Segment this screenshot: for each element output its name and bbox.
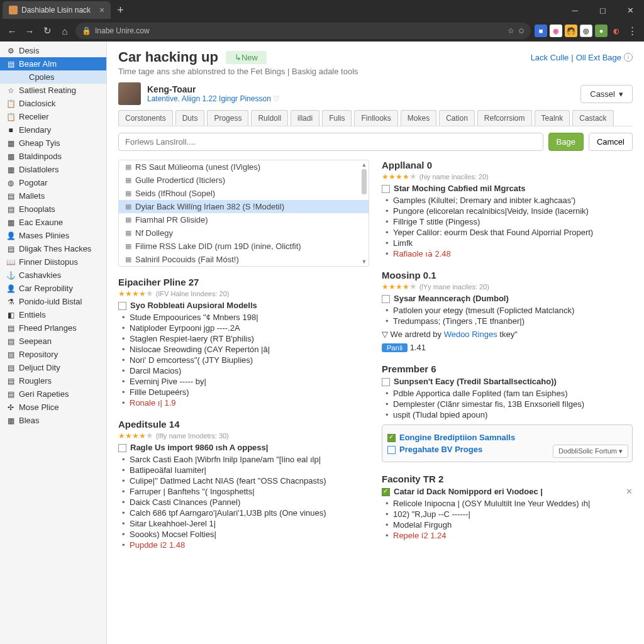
scrollbar[interactable]: ▲ ▼ [361, 162, 367, 265]
menu-button[interactable]: ⋮ [625, 25, 639, 36]
checkbox[interactable] [382, 295, 390, 303]
sidebar-item[interactable]: ▤Geri Rapeties [0, 387, 106, 401]
sidebar-item[interactable]: ▤Mallets [0, 189, 106, 203]
maximize-button[interactable]: ◻ [589, 0, 616, 20]
ext-icon[interactable]: ● [595, 25, 608, 37]
sidebar-item[interactable]: 📋Diaclosick [0, 97, 106, 110]
sidebar-item[interactable]: ☆Satliest Reating [0, 84, 106, 97]
sidebar-item[interactable]: ▤Deljuct Dity [0, 361, 106, 374]
file-item[interactable]: ▦Dyiar Back Willïng Irlaen 382 (S !Modet… [119, 200, 369, 213]
browser-tab[interactable]: Dashiable Lisin nack × [3, 1, 111, 19]
checkbox[interactable] [382, 378, 390, 386]
ext-icon[interactable]: ◎ [580, 25, 592, 37]
content-tab[interactable]: Progess [207, 110, 248, 126]
sidebar-item[interactable]: ▤Ehooplats [0, 203, 106, 216]
sidebar-item[interactable]: 👤Mases Plinies [0, 229, 106, 242]
sidebar-item[interactable]: ✣Mose Plice [0, 401, 106, 414]
check-row[interactable]: Sunpsen't Eacy (Tredil Sbartallsecticaho… [382, 377, 633, 386]
content-tab[interactable]: Castack [572, 110, 613, 126]
bookmark-star-icon[interactable]: ☆ [508, 26, 514, 35]
avatar[interactable] [118, 82, 141, 105]
sidebar-item[interactable]: 📖Finner Diistopus [0, 255, 106, 269]
check-row[interactable]: Syo Robbleati Aupsioral Modells [118, 301, 369, 310]
content-tab[interactable]: illadi [291, 110, 319, 126]
checkbox[interactable] [118, 302, 126, 310]
home-button[interactable]: ⌂ [58, 26, 72, 36]
info-icon[interactable]: i [624, 53, 633, 62]
card-dropdown[interactable]: DodbliSolic Fortum ▾ [553, 445, 628, 458]
url-bar[interactable]: 🔒 Inabe Unire.cow ☆ ✩ [75, 23, 531, 39]
content-tab[interactable]: Refcorrsiom [477, 110, 532, 126]
sidebar-item[interactable]: ▤Repository [0, 348, 106, 361]
sidebar-item[interactable]: 👤Car Reprobility [0, 282, 106, 295]
sidebar-item[interactable]: ▤Rouglers [0, 374, 106, 387]
sidebar-item[interactable]: ▦Gheap Tyis [0, 136, 106, 150]
file-item[interactable]: ▦Salniril Pocouids (Fail Móst!) [119, 253, 369, 266]
check-row[interactable]: Catar id Dack Nomippord eri Vıodoec |✕ [382, 487, 633, 496]
sidebar-item[interactable]: Cpoles [0, 70, 106, 84]
filter-input[interactable] [118, 133, 543, 151]
content-tab[interactable]: Tealnk [535, 110, 570, 126]
scroll-thumb[interactable] [362, 169, 367, 194]
content-tab[interactable]: Fulis [322, 110, 352, 126]
content-tab[interactable]: Cation [439, 110, 475, 126]
reload-button[interactable]: ↻ [40, 25, 54, 36]
content-tab[interactable]: Corstonents [118, 110, 173, 126]
content-tab[interactable]: Duts [175, 110, 205, 126]
ext-icon[interactable]: ◉ [550, 25, 562, 37]
cassel-dropdown[interactable]: Cassel▾ [580, 85, 633, 103]
checkbox[interactable] [387, 434, 396, 442]
content-tab[interactable]: Finllooks [354, 110, 397, 126]
close-icon[interactable]: × [99, 5, 104, 15]
checkbox[interactable] [118, 444, 126, 452]
sidebar-item[interactable]: ▦Btaldinpods [0, 150, 106, 163]
content-tab[interactable]: Mokes [401, 110, 436, 126]
card-line[interactable]: Eongine Brediptiion Samnalls [399, 433, 515, 442]
file-item[interactable]: ▦Gulle Proderticd (Iticlers) [119, 174, 369, 187]
check-row[interactable]: Sysar Meannceraçh (Dumbol) [382, 294, 633, 303]
sidebar-item[interactable]: ◧Enttiels [0, 308, 106, 321]
file-item[interactable]: ▦Nf Dollegy [119, 226, 369, 240]
sidebar[interactable]: ⚙Desis▤Beaer AlmCpoles☆Satliest Reating📋… [0, 42, 107, 644]
ext-icon[interactable]: ■ [535, 25, 547, 37]
file-item[interactable]: ▦RS Saut Múlieoma (unest (IVigles) [119, 160, 369, 174]
sidebar-item[interactable]: ⚗Ponido-iuld Bistal [0, 295, 106, 308]
header-link[interactable]: Oll Ext Bage [576, 53, 621, 62]
header-link[interactable]: Lack Culle [531, 53, 569, 62]
sidebar-item[interactable]: ■Elendary [0, 123, 106, 136]
sidebar-item[interactable]: ▤Dligak Thes Hackes [0, 242, 106, 255]
scroll-up-icon[interactable]: ▲ [361, 162, 367, 168]
content-tab[interactable]: Ruldoll [251, 110, 288, 126]
forward-button[interactable]: → [23, 26, 36, 36]
file-item[interactable]: ▦Fiamhal PR Gliside) [119, 213, 369, 226]
file-item[interactable]: ▦Seids (IfRhoul (Sopel) [119, 187, 369, 200]
sidebar-item[interactable]: ⚓Cashavkies [0, 269, 106, 282]
checkbox[interactable] [382, 185, 390, 193]
sidebar-item[interactable]: ▤Fheed Prlanges [0, 321, 106, 335]
sidebar-item[interactable]: ▦Eac Exaune [0, 216, 106, 229]
sidebar-item[interactable]: ▤Seepean [0, 335, 106, 348]
sidebar-item[interactable]: ▦Dislatlolers [0, 163, 106, 176]
heart-icon[interactable]: ♡ [273, 94, 280, 103]
file-item[interactable]: ▦Filime RSS Lake DID (rum 19D (inine, Ol… [119, 240, 369, 253]
sidebar-item[interactable]: ▦Bleas [0, 414, 106, 427]
ext-icon[interactable]: 🧑 [565, 25, 577, 37]
close-window-button[interactable]: ✕ [616, 0, 644, 20]
bookmark-folder-icon[interactable]: ✩ [518, 26, 525, 35]
new-tab-button[interactable]: + [111, 4, 130, 17]
file-list[interactable]: ▲ ▼ ▦RS Saut Múlieoma (unest (IVigles)▦G… [118, 160, 369, 267]
sidebar-item[interactable]: ⚙Desis [0, 44, 106, 57]
checkbox[interactable] [387, 446, 396, 454]
sidebar-item[interactable]: ▤Beaer Alm [0, 57, 106, 70]
close-icon[interactable]: ✕ [626, 487, 633, 496]
minimize-button[interactable]: ─ [561, 0, 589, 20]
card-line[interactable]: Pregahate BV Proges [399, 445, 482, 454]
sidebar-item[interactable]: ◍Pogotar [0, 176, 106, 189]
check-row[interactable]: Star Moching Cabfied mil Mgrcats [382, 184, 633, 193]
bage-button[interactable]: Bage [548, 133, 584, 151]
link[interactable]: Wedoo Ringes [444, 330, 497, 339]
checkbox[interactable] [382, 488, 390, 496]
scroll-down-icon[interactable]: ▼ [361, 258, 367, 265]
cancel-button[interactable]: Camcel [589, 133, 633, 151]
sidebar-item[interactable]: 📋Recelier [0, 110, 106, 123]
